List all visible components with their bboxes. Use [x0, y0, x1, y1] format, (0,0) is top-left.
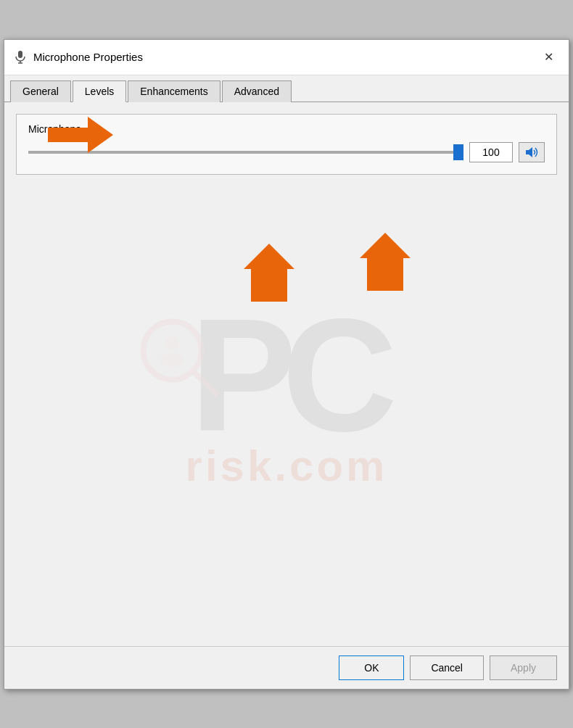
- tab-arrow-icon: [48, 117, 113, 160]
- apply-button[interactable]: Apply: [490, 655, 557, 680]
- svg-point-7: [160, 352, 184, 367]
- slider-thumb[interactable]: [453, 144, 463, 160]
- tabs-bar: General Levels Enhancements Advanced: [4, 75, 569, 102]
- watermark-search-icon: [132, 310, 234, 412]
- mute-button[interactable]: [519, 142, 545, 162]
- title-bar: Microphone Properties ✕: [4, 40, 569, 75]
- footer: OK Cancel Apply: [4, 646, 569, 689]
- watermark: PC risk.com: [186, 296, 388, 491]
- dialog-title: Microphone Properties: [33, 51, 143, 63]
- watermark-risk: risk.com: [186, 441, 388, 491]
- ok-button[interactable]: OK: [339, 655, 404, 680]
- svg-line-5: [194, 372, 215, 394]
- content-area: Microphone: [4, 102, 569, 646]
- volume-input[interactable]: [469, 142, 513, 162]
- mute-arrow-icon: [360, 233, 411, 291]
- cancel-button[interactable]: Cancel: [410, 655, 484, 680]
- svg-point-4: [143, 321, 201, 379]
- svg-marker-3: [526, 147, 532, 157]
- title-bar-left: Microphone Properties: [13, 50, 143, 65]
- svg-point-6: [165, 336, 179, 350]
- svg-marker-9: [48, 117, 113, 153]
- svg-marker-11: [360, 233, 411, 291]
- microphone-icon: [13, 50, 28, 65]
- speaker-icon: [524, 146, 539, 159]
- input-arrow-icon: [244, 244, 294, 302]
- tab-levels[interactable]: Levels: [73, 80, 126, 102]
- watermark-pc: PC: [190, 296, 383, 455]
- tab-advanced[interactable]: Advanced: [222, 80, 292, 102]
- svg-marker-10: [244, 244, 294, 302]
- svg-rect-0: [18, 51, 22, 58]
- tab-general[interactable]: General: [10, 80, 71, 102]
- tab-enhancements[interactable]: Enhancements: [128, 80, 220, 102]
- microphone-properties-dialog: Microphone Properties ✕ General Levels E…: [4, 39, 569, 690]
- close-button[interactable]: ✕: [537, 46, 560, 69]
